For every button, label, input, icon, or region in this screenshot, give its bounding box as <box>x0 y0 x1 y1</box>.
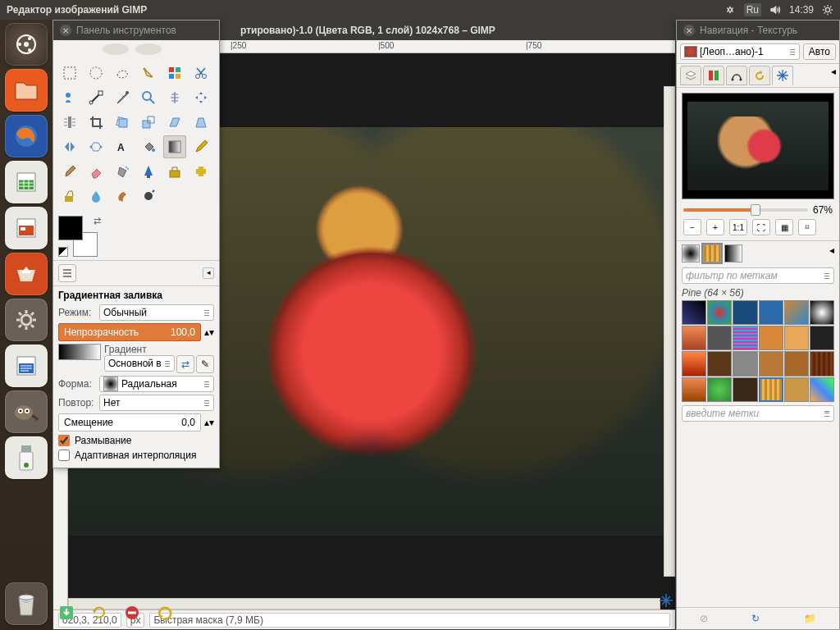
fuzzy-select-tool[interactable] <box>137 62 160 84</box>
zoom-slider[interactable] <box>683 208 808 212</box>
volume-icon[interactable] <box>769 4 781 16</box>
dock-menu-icon[interactable]: ◂ <box>831 66 836 85</box>
opacity-spinner[interactable]: ▴▾ <box>204 326 214 338</box>
toolbox-titlebar[interactable]: ✕ Панель инструментов <box>53 21 219 40</box>
color-picker-tool[interactable] <box>111 86 134 109</box>
texture-swatch[interactable] <box>759 326 783 350</box>
zoom-1-1-button[interactable]: 1:1 <box>729 219 747 235</box>
gimp-icon[interactable] <box>5 390 48 433</box>
opacity-slider[interactable]: Непрозрачность100,0 <box>58 323 201 341</box>
gradient-edit-icon[interactable]: ✎ <box>196 355 214 373</box>
texture-swatch[interactable] <box>733 300 757 325</box>
paintbrush-tool[interactable] <box>58 160 81 183</box>
scissors-tool[interactable] <box>189 62 212 84</box>
revert-icon[interactable] <box>90 604 108 622</box>
offset-spinner[interactable]: ▴▾ <box>204 417 214 428</box>
paths-tool[interactable] <box>84 86 107 109</box>
default-colors-icon[interactable] <box>58 247 68 257</box>
rightdock-titlebar[interactable]: ✕ Навигация - Текстурь <box>677 21 839 40</box>
vertical-scrollbar[interactable] <box>664 86 675 577</box>
files-icon[interactable] <box>5 69 48 112</box>
dither-checkbox[interactable]: Размывание <box>58 435 214 446</box>
rect-select-tool[interactable] <box>58 62 81 84</box>
libreoffice-writer-icon[interactable] <box>5 345 48 387</box>
blur-tool[interactable] <box>84 185 107 208</box>
perspective-clone-tool[interactable] <box>58 185 81 208</box>
keyboard-layout-indicator[interactable]: Ru <box>744 3 761 16</box>
gradients-tab[interactable] <box>724 244 742 262</box>
paths-tab-icon[interactable] <box>726 66 747 85</box>
free-select-tool[interactable] <box>111 62 134 84</box>
open-folder-icon[interactable]: 📁 <box>804 613 816 624</box>
zoom-out-button[interactable]: − <box>683 219 701 235</box>
dash-icon[interactable] <box>5 23 48 66</box>
texture-swatch[interactable] <box>707 377 732 402</box>
texture-swatch[interactable] <box>707 351 732 376</box>
texture-swatch[interactable] <box>784 351 809 376</box>
tool-options-menu-icon[interactable] <box>58 264 76 282</box>
firefox-icon[interactable] <box>5 115 48 158</box>
zoom-in-button[interactable]: + <box>706 219 724 235</box>
gradient-preview[interactable] <box>58 344 101 360</box>
texture-swatch[interactable] <box>707 300 732 325</box>
rotate-tool[interactable] <box>111 111 134 134</box>
usb-creator-icon[interactable] <box>5 436 48 479</box>
foreground-select-tool[interactable] <box>58 86 81 109</box>
texture-swatch[interactable] <box>682 300 706 325</box>
navigation-tab-icon[interactable] <box>772 66 793 85</box>
texture-filter-input[interactable]: фильтр по меткам <box>682 267 834 284</box>
align-tool[interactable] <box>58 111 81 134</box>
collapse-icon[interactable]: ◂ <box>203 267 214 279</box>
close-icon[interactable]: ✕ <box>60 25 71 36</box>
patterns-tab[interactable] <box>703 244 721 262</box>
fg-color-swatch[interactable] <box>58 216 83 240</box>
texture-swatch[interactable] <box>810 326 834 350</box>
dodge-tool[interactable] <box>137 185 160 208</box>
texture-swatch[interactable] <box>733 377 757 402</box>
navigation-preview[interactable] <box>682 93 834 199</box>
perspective-tool[interactable] <box>189 111 212 134</box>
system-gear-icon[interactable] <box>822 4 833 16</box>
settings-icon[interactable] <box>5 299 48 341</box>
brushes-tab[interactable] <box>682 244 700 262</box>
pencil-tool[interactable] <box>189 135 212 158</box>
adaptive-checkbox[interactable]: Адаптивная интерполяция <box>58 450 214 461</box>
ink-tool[interactable] <box>137 160 160 183</box>
shrink-wrap-button[interactable]: ⌗ <box>798 219 816 235</box>
navigation-corner-icon[interactable] <box>659 593 673 608</box>
shape-combo[interactable]: Радиальная <box>99 376 214 392</box>
offset-field[interactable]: Смещение0,0 <box>58 413 201 431</box>
zoom-fill-button[interactable]: ▦ <box>775 219 793 235</box>
network-icon[interactable] <box>724 4 736 16</box>
delete-icon[interactable] <box>123 604 141 622</box>
auto-button[interactable]: Авто <box>803 43 836 60</box>
layers-tab-icon[interactable] <box>680 66 701 85</box>
airbrush-tool[interactable] <box>111 160 134 183</box>
flip-tool[interactable] <box>58 135 81 158</box>
zoom-fit-button[interactable]: ⛶ <box>752 219 770 235</box>
texture-swatch[interactable] <box>810 300 834 325</box>
crop-tool[interactable] <box>84 111 107 134</box>
mode-combo[interactable]: Обычный <box>99 304 214 321</box>
texture-swatch[interactable] <box>682 351 706 376</box>
image-picker-combo[interactable]: [Леоп…ано)-1 <box>680 43 800 60</box>
blend-tool[interactable] <box>163 135 186 158</box>
texture-swatch[interactable] <box>810 377 834 402</box>
texture-swatch[interactable] <box>784 300 809 325</box>
texture-swatch[interactable] <box>733 351 757 376</box>
bucket-fill-tool[interactable] <box>137 135 160 158</box>
eraser-tool[interactable] <box>84 160 107 183</box>
scale-tool[interactable] <box>137 111 160 134</box>
gradient-reverse-icon[interactable]: ⇄ <box>176 355 194 373</box>
clone-tool[interactable] <box>163 160 186 183</box>
gradient-combo[interactable]: Основной в <box>104 355 175 372</box>
texture-swatch[interactable] <box>707 326 732 350</box>
smudge-tool[interactable] <box>111 185 134 208</box>
refresh-textures-icon[interactable]: ↻ <box>751 613 760 624</box>
cage-tool[interactable] <box>84 135 107 158</box>
undo-tab-icon[interactable] <box>749 66 770 85</box>
close-icon[interactable]: ✕ <box>683 25 695 36</box>
resource-menu-icon[interactable]: ◂ <box>829 244 834 262</box>
texture-swatch[interactable] <box>759 351 783 376</box>
texture-swatch[interactable] <box>682 377 706 402</box>
